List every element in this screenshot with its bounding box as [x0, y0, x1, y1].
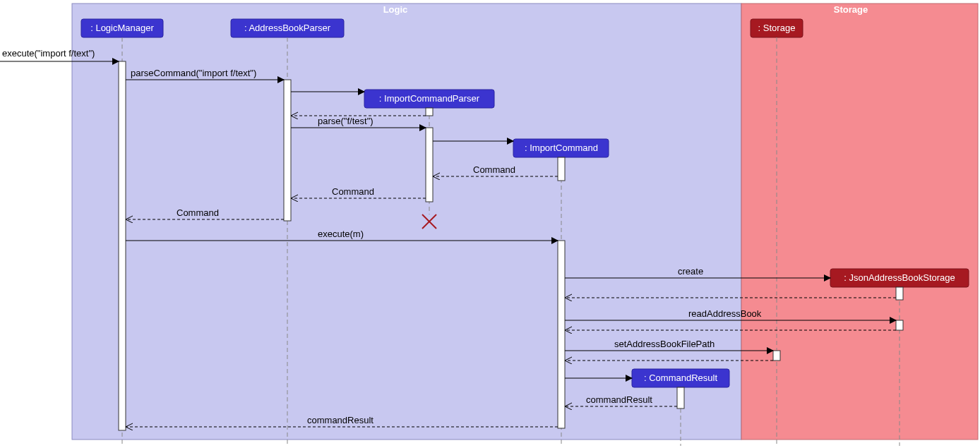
- activation-logic-manager: [119, 61, 126, 430]
- obj-logic-manager-label: : LogicManager: [90, 23, 154, 33]
- activation-json-2: [896, 320, 903, 330]
- frame-storage-title: Storage: [834, 4, 868, 15]
- activation-storage-1: [773, 351, 780, 361]
- msg-execute-m-label: execute(m): [318, 229, 364, 239]
- msg-ret-command-1-label: Command: [473, 164, 515, 175]
- activation-json-1: [896, 287, 903, 300]
- obj-address-book-parser-label: : AddressBookParser: [244, 23, 331, 33]
- obj-command-result-label: : CommandResult: [644, 373, 717, 383]
- obj-import-command-parser-label: : ImportCommandParser: [379, 93, 480, 104]
- obj-json-address-book-storage-label: : JsonAddressBookStorage: [844, 272, 955, 283]
- msg-parse-command-label: parseCommand("import f/text"): [131, 68, 256, 78]
- obj-storage-label: : Storage: [758, 23, 796, 33]
- msg-ret-command-3-label: Command: [177, 207, 219, 218]
- activation-import-command-2: [558, 241, 565, 428]
- activation-import-command-parser-2: [426, 128, 433, 202]
- activation-address-book-parser: [284, 80, 291, 221]
- msg-ret-command-2-label: Command: [332, 186, 374, 197]
- msg-ret-command-result-2-label: commandResult: [307, 415, 374, 425]
- msg-read-address-book-label: readAddressBook: [688, 308, 762, 319]
- msg-create-json-label: create: [678, 266, 703, 277]
- activation-import-command-parser-1: [426, 108, 433, 116]
- frame-logic-title: Logic: [383, 4, 408, 15]
- msg-execute-label: execute("import f/text"): [2, 48, 95, 59]
- msg-set-addr-file-path-label: setAddressBookFilePath: [614, 339, 715, 349]
- activation-import-command-1: [558, 157, 565, 181]
- msg-parse-label: parse("f/test"): [318, 116, 374, 126]
- activation-command-result: [677, 387, 684, 408]
- obj-import-command-label: : ImportCommand: [525, 143, 598, 153]
- msg-ret-command-result-1-label: commandResult: [586, 394, 652, 405]
